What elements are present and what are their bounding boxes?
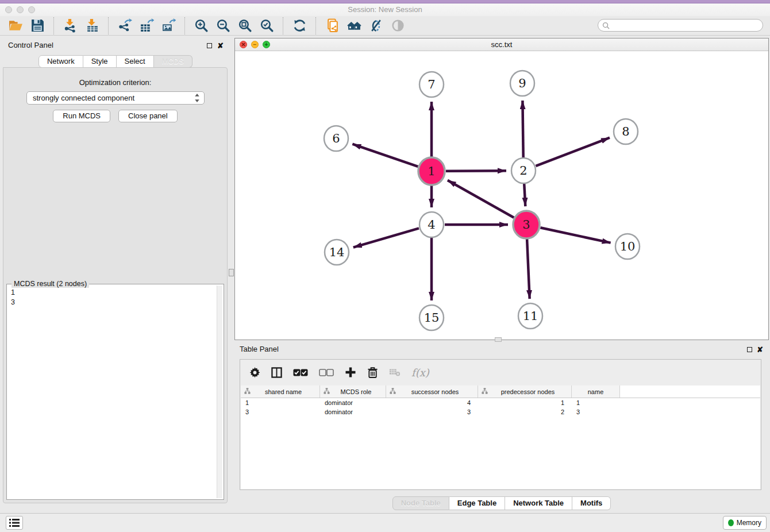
- mcds-result-list[interactable]: 13: [7, 286, 217, 498]
- table-cell[interactable]: 3: [572, 408, 620, 415]
- node-label: 3: [522, 218, 530, 232]
- edge-2-3[interactable]: [524, 184, 525, 206]
- control-panel-tabs: NetworkStyleSelectMCDS: [0, 55, 231, 68]
- table-tab-node-table[interactable]: Node Table: [392, 496, 449, 510]
- column-type-icon: [324, 388, 330, 395]
- control-panel-close-icon[interactable]: ✘: [217, 43, 224, 49]
- toolbar-separator: [315, 17, 316, 34]
- memory-button[interactable]: Memory: [723, 516, 767, 530]
- column-header-label: name: [575, 388, 619, 395]
- zoom-in-icon[interactable]: [192, 17, 210, 34]
- graph-node-6[interactable]: 6: [324, 126, 348, 151]
- edge-2-8[interactable]: [536, 138, 609, 166]
- save-session-icon[interactable]: [28, 17, 47, 34]
- tab-style[interactable]: Style: [83, 55, 117, 68]
- close-panel-button[interactable]: Close panel: [118, 110, 178, 122]
- table-tab-network-table[interactable]: Network Table: [505, 496, 572, 510]
- table-cell[interactable]: 1: [241, 399, 320, 406]
- zoom-out-icon[interactable]: [214, 17, 232, 34]
- table-row[interactable]: 3dominator323: [241, 407, 760, 417]
- table-cell[interactable]: dominator: [320, 408, 386, 415]
- graph-node-9[interactable]: 9: [510, 71, 534, 96]
- tab-mcds[interactable]: MCDS: [154, 55, 192, 68]
- table-cell[interactable]: 3: [386, 408, 478, 415]
- search-input[interactable]: [612, 20, 761, 32]
- create-new-column-icon[interactable]: [345, 367, 356, 378]
- column-header-MCDS-role[interactable]: MCDS role: [320, 385, 386, 398]
- mcds-buttons: Run MCDS Close panel: [3, 110, 227, 122]
- table-panel-float-icon[interactable]: [747, 347, 752, 352]
- select-all-columns-icon[interactable]: [293, 368, 308, 377]
- node-label: 7: [428, 78, 435, 91]
- graph-node-10[interactable]: 10: [615, 234, 640, 259]
- graph-node-15[interactable]: 15: [419, 305, 444, 330]
- delete-columns-icon[interactable]: [367, 367, 378, 379]
- column-header-predecessor-nodes[interactable]: predecessor nodes: [478, 385, 572, 398]
- table-tab-motifs[interactable]: Motifs: [572, 496, 611, 510]
- table-cell[interactable]: 3: [241, 408, 320, 415]
- column-header-label: predecessor nodes: [488, 388, 571, 395]
- zoom-selected-icon[interactable]: [257, 17, 276, 34]
- column-header-shared-name[interactable]: shared name: [241, 385, 320, 398]
- graph-node-1[interactable]: 1: [418, 157, 445, 185]
- network-close-button[interactable]: ✕: [240, 41, 247, 48]
- open-file-icon[interactable]: [6, 17, 25, 34]
- horizontal-splitter-grip[interactable]: [495, 337, 502, 342]
- function-builder-icon: f(x): [411, 367, 429, 379]
- graph-node-4[interactable]: 4: [419, 212, 444, 237]
- tab-select[interactable]: Select: [117, 55, 154, 68]
- control-panel-float-icon[interactable]: [207, 43, 212, 48]
- mcds-result-scrollbar[interactable]: [217, 286, 222, 498]
- export-table-icon[interactable]: [137, 17, 156, 34]
- graph-node-7[interactable]: 7: [419, 72, 444, 97]
- edge-1-6[interactable]: [352, 144, 418, 167]
- table-panel-close-icon[interactable]: ✘: [757, 347, 763, 353]
- edge-3-11[interactable]: [527, 239, 530, 299]
- graph-node-11[interactable]: 11: [518, 303, 542, 329]
- export-network-icon[interactable]: [116, 17, 134, 34]
- column-header-name[interactable]: name: [572, 385, 620, 398]
- duplicate-network-view-icon[interactable]: [323, 17, 341, 34]
- zoom-fit-icon[interactable]: [236, 17, 254, 34]
- network-minimize-button[interactable]: −: [251, 41, 259, 48]
- table-cell[interactable]: dominator: [320, 399, 386, 406]
- deselect-all-columns-icon[interactable]: [319, 368, 334, 377]
- run-mcds-button[interactable]: Run MCDS: [53, 110, 110, 122]
- vertical-splitter-grip[interactable]: [229, 269, 234, 276]
- table-cell[interactable]: 1: [572, 399, 620, 406]
- optimization-criterion-label: Optimization criterion:: [3, 78, 227, 87]
- show-column-panel-icon[interactable]: [271, 367, 282, 378]
- edge-3-10[interactable]: [540, 228, 610, 242]
- import-table-icon[interactable]: [83, 17, 101, 34]
- export-image-icon[interactable]: [159, 17, 178, 34]
- column-header-label: shared name: [251, 388, 319, 395]
- network-canvas[interactable]: 7968124314101511: [235, 51, 768, 340]
- node-label: 6: [332, 132, 340, 145]
- memory-status-icon: [728, 519, 734, 526]
- hide-graphics-details-icon[interactable]: [367, 17, 385, 34]
- table-cell[interactable]: 2: [478, 408, 572, 415]
- edge-2-9[interactable]: [522, 101, 523, 157]
- table-cell[interactable]: 1: [478, 399, 572, 406]
- column-type-icon: [244, 388, 251, 395]
- graph-node-14[interactable]: 14: [325, 240, 349, 265]
- edge-3-1[interactable]: [448, 180, 514, 218]
- network-zoom-button[interactable]: +: [263, 41, 270, 48]
- graph-node-8[interactable]: 8: [614, 119, 638, 144]
- table-row[interactable]: 1dominator411: [241, 398, 760, 407]
- tab-network[interactable]: Network: [38, 55, 83, 68]
- import-network-icon[interactable]: [61, 17, 79, 34]
- table-settings-icon[interactable]: [249, 367, 260, 378]
- task-history-button[interactable]: [6, 516, 23, 530]
- table-tab-edge-table[interactable]: Edge Table: [449, 496, 505, 510]
- edge-4-14[interactable]: [353, 228, 419, 247]
- home-first-neighbors-icon[interactable]: [345, 17, 363, 34]
- edge-1-2[interactable]: [446, 171, 506, 171]
- criterion-dropdown[interactable]: strongly connected component: [26, 91, 205, 105]
- table-cell[interactable]: 4: [386, 399, 478, 406]
- refresh-layout-icon[interactable]: [290, 17, 309, 34]
- graph-node-3[interactable]: 3: [513, 211, 540, 238]
- table-toolbar: f(x): [240, 360, 761, 385]
- graph-node-2[interactable]: 2: [511, 158, 536, 183]
- column-header-successor-nodes[interactable]: successor nodes: [386, 385, 478, 398]
